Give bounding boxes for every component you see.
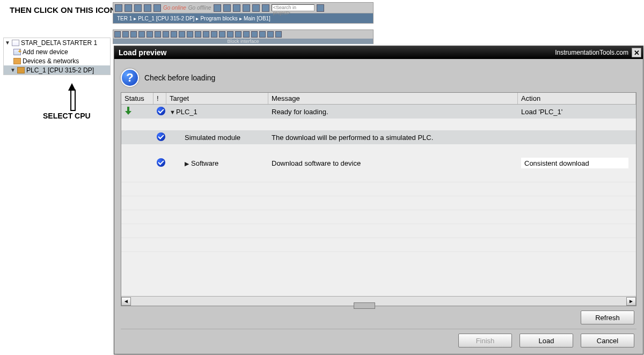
table-row-empty — [121, 252, 636, 265]
table-body: ▼PLC_1Ready for loading.Load 'PLC_1'Simu… — [121, 105, 636, 296]
prompt-text: Check before loading — [144, 73, 215, 82]
finish-button[interactable]: Finish — [458, 334, 512, 347]
toolbar-icon[interactable] — [147, 31, 153, 38]
toolbar-icon[interactable] — [211, 31, 217, 38]
toolbar-icon[interactable] — [114, 31, 121, 38]
toolbar-icon[interactable] — [235, 31, 241, 38]
toolbar-icon[interactable] — [144, 4, 151, 12]
toolbar-icon[interactable] — [227, 31, 233, 38]
download-icon — [125, 107, 132, 115]
toolbar-icon[interactable] — [171, 31, 177, 38]
toolbar-icon[interactable] — [223, 4, 231, 12]
cell-check — [153, 105, 166, 119]
scroll-right-button[interactable]: ► — [626, 297, 636, 306]
toolbar-icon[interactable] — [243, 31, 250, 38]
table-row-empty — [121, 238, 636, 252]
refresh-row: Refresh — [121, 306, 636, 326]
cell-check — [153, 131, 166, 144]
toolbar-icon[interactable] — [267, 31, 274, 38]
load-preview-dialog: Load preview InstrumentationTools.com ✕ … — [114, 46, 643, 354]
tree-expander-icon[interactable]: ▼ — [5, 40, 10, 46]
table-row[interactable]: ▶SoftwareDownload software to deviceCons… — [121, 156, 636, 170]
tree-label: Add new device — [23, 48, 68, 56]
breadcrumb-part[interactable]: PLC_1 [CPU 315-2 DP] — [136, 16, 196, 21]
load-table: Status ! Target Message Action ▼PLC_1Rea… — [121, 92, 636, 306]
tree-label: PLC_1 [CPU 315-2 DP] — [26, 66, 94, 74]
check-icon — [157, 158, 165, 167]
horizontal-scrollbar[interactable]: ◄ ► — [121, 296, 636, 306]
toolbar-icon[interactable] — [252, 4, 260, 12]
table-row-spacer — [121, 144, 636, 156]
toolbar-icon[interactable] — [262, 4, 269, 12]
tree-devices-networks[interactable]: Devices & networks — [4, 56, 110, 65]
table-row[interactable]: ▼PLC_1Ready for loading.Load 'PLC_1' — [121, 105, 636, 119]
toolbar-icon[interactable] — [163, 31, 169, 38]
close-button[interactable]: ✕ — [632, 48, 641, 57]
toolbar-icon[interactable] — [130, 31, 137, 38]
table-row[interactable]: Simulated moduleThe download will be per… — [121, 130, 636, 144]
breadcrumb-part[interactable]: TER 1 — [115, 16, 134, 21]
col-message: Message — [268, 93, 518, 104]
toolbar-icon[interactable] — [155, 31, 161, 38]
toolbar-icon[interactable] — [179, 31, 185, 38]
toolbar-icon[interactable] — [195, 31, 201, 38]
toolbar-icon[interactable] — [233, 4, 240, 12]
toolbar-icon[interactable] — [317, 4, 324, 12]
refresh-button[interactable]: Refresh — [581, 310, 634, 324]
toolbar-icon[interactable] — [259, 31, 266, 38]
breadcrumb-part[interactable]: Main [OB1] — [242, 16, 272, 21]
toolbar-icon[interactable] — [153, 4, 161, 12]
cell-target: Simulated module — [166, 132, 268, 143]
toolbar-icon[interactable] — [125, 4, 132, 12]
editor-toolbar: Block interface — [113, 29, 374, 44]
cell-target: ▶Software — [166, 158, 268, 169]
add-device-icon — [13, 49, 21, 55]
toolbar-icon[interactable] — [243, 4, 250, 12]
toolbar-icon[interactable] — [275, 31, 282, 38]
go-online-link[interactable]: Go online — [163, 5, 186, 11]
col-action: Action — [518, 93, 636, 104]
tree-root[interactable]: ▼ STAR_DELTA STARTER 1 — [4, 38, 110, 47]
toolbar-icon[interactable] — [138, 31, 145, 38]
load-button[interactable]: Load — [519, 334, 573, 347]
table-header: Status ! Target Message Action — [121, 93, 636, 105]
tree-label: Devices & networks — [23, 57, 79, 65]
toolbar-row: Go online Go offline <Search in project> — [113, 3, 373, 13]
tree-expander-icon[interactable]: ▼ — [10, 67, 16, 73]
cell-status — [121, 136, 153, 139]
tree-label: STAR_DELTA STARTER 1 — [21, 39, 97, 47]
row-expander-icon[interactable]: ▶ — [185, 160, 190, 167]
toolbar-icon[interactable] — [115, 4, 122, 12]
table-row-spacer — [121, 119, 636, 130]
cell-action[interactable]: Consistent download — [518, 156, 636, 170]
check-icon — [157, 132, 165, 141]
go-offline-link[interactable]: Go offline — [188, 5, 211, 11]
row-expander-icon[interactable]: ▼ — [170, 109, 175, 115]
dialog-body: ? Check before loading Status ! Target M… — [114, 59, 643, 354]
target-label: Software — [191, 159, 218, 167]
scroll-left-button[interactable]: ◄ — [121, 297, 131, 306]
toolbar-icon[interactable] — [214, 4, 221, 12]
target-label: PLC_1 — [176, 108, 197, 116]
toolbar-icon[interactable] — [122, 31, 129, 38]
action-select[interactable]: Consistent download — [521, 158, 628, 168]
toolbar-icon[interactable] — [219, 31, 225, 38]
toolbar-icon[interactable] — [134, 4, 142, 12]
breadcrumb: TER 1 ▸ PLC_1 [CPU 315-2 DP] ▸ Program b… — [113, 13, 373, 23]
devices-networks-icon — [13, 58, 21, 64]
tree-add-device[interactable]: Add new device — [4, 47, 110, 56]
annotation-bottom: SELECT CPU — [43, 112, 91, 120]
breadcrumb-part[interactable]: Program blocks — [199, 16, 239, 21]
cell-status — [121, 105, 153, 119]
col-mark: ! — [153, 93, 166, 104]
toolbar-icon[interactable] — [251, 31, 258, 38]
toolbar-icon[interactable] — [203, 31, 209, 38]
toolbar-icon[interactable] — [187, 31, 193, 38]
cell-status — [121, 161, 153, 165]
col-status: Status — [121, 93, 153, 104]
cancel-button[interactable]: Cancel — [581, 334, 634, 347]
scroll-thumb[interactable] — [354, 302, 375, 309]
search-input[interactable]: <Search in project> — [272, 4, 314, 11]
tree-plc[interactable]: ▼ PLC_1 [CPU 315-2 DP] — [4, 65, 110, 75]
cell-message: Download software to device — [268, 158, 518, 169]
